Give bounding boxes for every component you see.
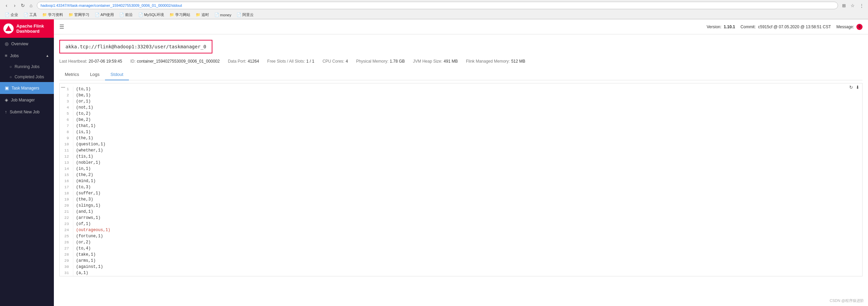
last-heartbeat-label: Last Heartbeat: — [59, 59, 87, 64]
cpu-cores-label: CPU Cores: — [323, 59, 344, 64]
nav-forward-button[interactable]: › — [11, 2, 18, 9]
line-content: (nobler,1) — [76, 160, 101, 166]
line-content: (outrageous,1) — [76, 227, 110, 233]
line-number: 10 — [60, 142, 73, 147]
line-number: 24 — [60, 227, 73, 233]
tab-metrics[interactable]: Metrics — [59, 69, 85, 80]
code-line: 24(outrageous,1) — [60, 227, 862, 233]
sidebar-item-completed-jobs[interactable]: ○ Completed Jobs — [0, 72, 54, 82]
cpu-cores-item: CPU Cores: 4 — [323, 59, 348, 64]
bookmark-frontier[interactable]: 📄 前沿 — [117, 12, 135, 18]
tab-stdout[interactable]: Stdout — [105, 69, 129, 80]
flink-memory-value: 512 MB — [511, 59, 525, 64]
code-line: 22(arrows,1) — [60, 215, 862, 221]
sidebar-label-jobs: Jobs — [10, 53, 19, 58]
code-line: 11(whether,1) — [60, 147, 862, 154]
cpu-cores-value: 4 — [346, 59, 348, 64]
browser-chrome: ‹ › ↻ ⌂ hadoop1:43347/#/task-manager/con… — [0, 0, 868, 19]
more-button[interactable]: ⋮ — [858, 2, 865, 9]
sidebar-item-task-managers[interactable]: ▣ Task Managers — [0, 82, 54, 94]
line-content: (or,1) — [76, 98, 91, 104]
download-stdout-button[interactable]: ⬇ — [856, 85, 859, 90]
sidebar-label-task-managers: Task Managers — [12, 86, 39, 91]
line-number: 3 — [60, 99, 73, 104]
sidebar-label-submit-new-job: Submit New Job — [10, 110, 40, 114]
version-value: 1.10.1 — [724, 25, 735, 29]
code-line: 23(of,1) — [60, 221, 862, 227]
line-content: (to,4) — [76, 245, 91, 252]
bookmark-official[interactable]: 📁 官网学习 — [66, 12, 91, 18]
address-bar[interactable]: hadoop1:43347/#/task-manager/container_1… — [37, 2, 838, 9]
sidebar-label-overview: Overview — [11, 42, 28, 46]
line-content: (be,2) — [76, 117, 91, 123]
jobs-icon: ≡ — [5, 53, 8, 58]
line-number: 27 — [60, 246, 73, 252]
last-heartbeat-item: Last Heartbeat: 20-07-06 19:59:45 — [59, 59, 122, 64]
line-number: 26 — [60, 240, 73, 245]
nav-home-button[interactable]: ⌂ — [27, 2, 35, 9]
svg-marker-0 — [5, 26, 12, 31]
line-number: 7 — [60, 123, 73, 129]
line-content: (is,1) — [76, 129, 91, 135]
bookmark-money[interactable]: 📄 money — [212, 12, 233, 18]
sidebar-item-submit-new-job[interactable]: ↑ Submit New Job — [0, 106, 54, 118]
line-content: (the,1) — [76, 135, 93, 141]
job-manager-icon: ◈ — [5, 97, 8, 102]
message-badge: 0 — [856, 24, 863, 30]
extensions-button[interactable]: ⊞ — [840, 2, 848, 9]
line-number: 20 — [60, 203, 73, 209]
jvm-heap-item: JVM Heap Size: 491 MB — [413, 59, 458, 64]
bookmark-study-material[interactable]: 📁 学习资料 — [40, 12, 65, 18]
line-number: 9 — [60, 135, 73, 141]
line-number: 12 — [60, 154, 73, 160]
free-slots-value: 1 / 1 — [306, 59, 314, 64]
bookmark-aliyun[interactable]: 📄 阿里云 — [235, 12, 256, 18]
code-line: 26(or,2) — [60, 239, 862, 245]
bookmark-time[interactable]: 📁 追时 — [194, 12, 211, 18]
nav-back-button[interactable]: ‹ — [3, 2, 10, 9]
task-managers-icon: ▣ — [5, 85, 9, 91]
nav-refresh-button[interactable]: ↻ — [19, 2, 27, 9]
line-content: (to,3) — [76, 184, 91, 190]
code-line: 15(the,2) — [60, 172, 862, 178]
code-line: 27(to,4) — [60, 245, 862, 252]
code-output[interactable]: 1(to,1)2(be,1)3(or,1)4(not,1)5(to,2)6(be… — [60, 83, 862, 276]
sidebar-nav: ◎ Overview ≡ Jobs ▲ ○ Running Jobs ○ Com… — [0, 38, 54, 306]
minimize-button[interactable]: — — [61, 85, 65, 90]
tab-logs[interactable]: Logs — [85, 69, 105, 80]
bookmark-tools[interactable]: 📄 工具 — [21, 12, 39, 18]
id-item: ID: container_1594027553009_0006_01_0000… — [130, 59, 220, 64]
code-line: 28(take,1) — [60, 252, 862, 258]
akka-address-text: akka.tcp://flink@hadoop1:33203/user/task… — [65, 44, 206, 49]
line-content: (the,3) — [76, 196, 93, 203]
line-content: (a,1) — [76, 270, 88, 276]
bookmark-mysql[interactable]: 📄 MySQL环境 — [136, 12, 166, 18]
code-line: 6(be,2) — [60, 117, 862, 123]
refresh-stdout-button[interactable]: ↻ — [849, 85, 853, 90]
hamburger-button[interactable]: ☰ — [59, 23, 64, 30]
line-number: 4 — [60, 105, 73, 111]
line-content: (against,1) — [76, 264, 103, 270]
bookmark-button[interactable]: ☆ — [849, 2, 856, 9]
bookmark-learning-site[interactable]: 📁 学习网站 — [167, 12, 192, 18]
sidebar-item-jobs[interactable]: ≡ Jobs ▲ — [0, 50, 54, 62]
line-content: (slings,1) — [76, 203, 101, 209]
akka-address-box: akka.tcp://flink@hadoop1:33203/user/task… — [59, 40, 212, 53]
line-number: 2 — [60, 93, 73, 98]
sidebar-label-running-jobs: Running Jobs — [15, 64, 40, 69]
bookmark-enterprise[interactable]: 📄 企业 — [3, 12, 20, 18]
submit-job-icon: ↑ — [5, 109, 7, 114]
sidebar-item-running-jobs[interactable]: ○ Running Jobs — [0, 62, 54, 72]
code-line: 21(and,1) — [60, 209, 862, 215]
line-number: 16 — [60, 178, 73, 184]
sidebar-header: Apache Flink Dashboard — [0, 19, 54, 38]
sidebar-item-job-manager[interactable]: ◈ Job Manager — [0, 94, 54, 106]
code-line: 3(or,1) — [60, 98, 862, 104]
sidebar-item-overview[interactable]: ◎ Overview — [0, 38, 54, 50]
info-bar: Last Heartbeat: 20-07-06 19:59:45 ID: co… — [59, 59, 863, 64]
bookmark-api[interactable]: 📄 API使用 — [93, 12, 116, 18]
code-line: 8(is,1) — [60, 129, 862, 135]
jvm-heap-label: JVM Heap Size: — [413, 59, 442, 64]
line-content: (take,1) — [76, 252, 96, 258]
line-content: (fortune,1) — [76, 233, 103, 239]
